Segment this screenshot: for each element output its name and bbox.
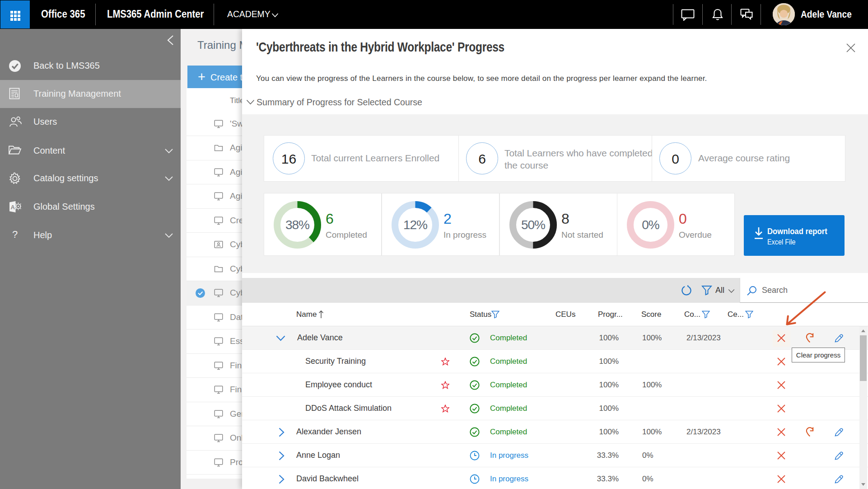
svg-text:A: A [11, 204, 15, 211]
